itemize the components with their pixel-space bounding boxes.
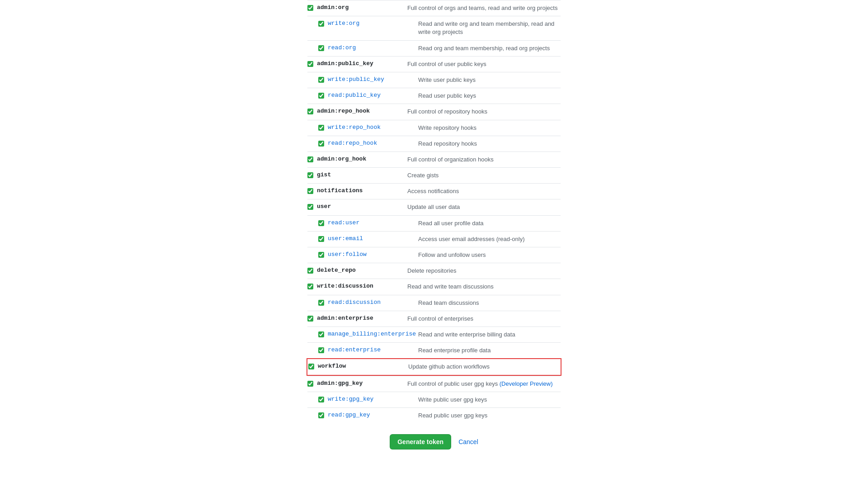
scope-name-read_enterprise: read:enterprise [328,346,418,353]
scope-row-user_email: user:emailAccess user email addresses (r… [307,231,561,247]
scope-container: admin:orgFull control of orgs and teams,… [307,0,561,423]
scope-desc-write_repo_hook: Write repository hooks [418,124,561,132]
scope-desc-write_org: Read and write org and team membership, … [418,20,561,36]
scope-desc-read_user: Read all user profile data [418,219,561,227]
scope-name-read_discussion: read:discussion [328,299,418,306]
scope-row-user_follow: user:followFollow and unfollow users [307,247,561,263]
checkbox-write_org[interactable] [318,21,324,27]
scope-name-write_org: write:org [328,20,418,27]
checkbox-admin_public_key[interactable] [307,61,313,67]
scope-row-admin_org_hook: admin:org_hookFull control of organizati… [307,151,561,167]
scope-name-admin_public_key: admin:public_key [317,60,407,67]
checkbox-user[interactable] [307,204,313,210]
scope-name-workflow: workflow [318,363,408,369]
scope-name-admin_org: admin:org [317,4,407,11]
scope-desc-admin_org_hook: Full control of organization hooks [407,156,561,164]
dev-preview-badge: (Developer Preview) [498,380,552,387]
scope-row-read_public_key: read:public_keyRead user public keys [307,88,561,104]
checkbox-read_enterprise[interactable] [318,347,324,353]
scope-row-write_discussion: write:discussionRead and write team disc… [307,279,561,294]
scope-desc-delete_repo: Delete repositories [407,267,561,275]
checkbox-write_gpg_key[interactable] [318,397,324,402]
checkbox-admin_org[interactable] [307,5,313,11]
scope-row-write_gpg_key: write:gpg_keyWrite public user gpg keys [307,392,561,407]
scope-name-delete_repo: delete_repo [317,267,407,274]
checkbox-admin_gpg_key[interactable] [307,381,313,387]
scope-desc-admin_org: Full control of orgs and teams, read and… [407,4,561,12]
scope-desc-write_discussion: Read and write team discussions [407,283,561,291]
scope-name-read_repo_hook: read:repo_hook [328,140,418,147]
scope-desc-notifications: Access notifications [407,187,561,195]
checkbox-delete_repo[interactable] [307,268,313,274]
checkbox-write_discussion[interactable] [307,284,313,289]
scope-row-admin_repo_hook: admin:repo_hookFull control of repositor… [307,104,561,119]
checkbox-workflow[interactable] [308,364,314,369]
scope-name-user_email: user:email [328,235,418,242]
scope-name-admin_org_hook: admin:org_hook [317,156,407,162]
scope-desc-read_public_key: Read user public keys [418,92,561,100]
checkbox-write_repo_hook[interactable] [318,125,324,131]
scope-desc-user_follow: Follow and unfollow users [418,251,561,259]
checkbox-read_discussion[interactable] [318,300,324,306]
actions-area: Generate token Cancel [390,434,478,450]
checkbox-read_repo_hook[interactable] [318,141,324,147]
scope-name-write_repo_hook: write:repo_hook [328,124,418,131]
scope-row-gist: gistCreate gists [307,167,561,183]
scope-row-read_enterprise: read:enterpriseRead enterprise profile d… [307,342,561,358]
scope-name-user: user [317,203,407,210]
scope-name-manage_billing_enterprise: manage_billing:enterprise [328,331,418,337]
scope-row-read_repo_hook: read:repo_hookRead repository hooks [307,136,561,151]
scope-row-manage_billing_enterprise: manage_billing:enterpriseRead and write … [307,327,561,342]
checkbox-notifications[interactable] [307,188,313,194]
checkbox-admin_org_hook[interactable] [307,156,313,162]
checkbox-read_org[interactable] [318,45,324,51]
scope-row-delete_repo: delete_repoDelete repositories [307,263,561,279]
scope-desc-user: Update all user data [407,203,561,211]
scope-name-read_user: read:user [328,219,418,226]
checkbox-write_public_key[interactable] [318,77,324,83]
scope-desc-write_gpg_key: Write public user gpg keys [418,396,561,404]
scope-name-write_discussion: write:discussion [317,283,407,289]
checkbox-admin_enterprise[interactable] [307,316,313,322]
scope-name-read_public_key: read:public_key [328,92,418,99]
checkbox-user_follow[interactable] [318,252,324,258]
scope-name-user_follow: user:follow [328,251,418,258]
checkbox-read_user[interactable] [318,220,324,226]
page-wrapper: admin:orgFull control of orgs and teams,… [0,0,868,478]
scope-desc-read_gpg_key: Read public user gpg keys [418,412,561,420]
checkbox-gist[interactable] [307,172,313,178]
scope-row-read_user: read:userRead all user profile data [307,215,561,231]
scope-row-admin_org: admin:orgFull control of orgs and teams,… [307,0,561,16]
cancel-button[interactable]: Cancel [458,438,478,445]
scope-name-read_gpg_key: read:gpg_key [328,412,418,418]
scope-name-admin_gpg_key: admin:gpg_key [317,380,407,387]
scope-row-write_org: write:orgRead and write org and team mem… [307,16,561,40]
scope-row-user: userUpdate all user data [307,199,561,215]
scope-name-admin_enterprise: admin:enterprise [317,315,407,322]
scope-desc-manage_billing_enterprise: Read and write enterprise billing data [418,331,561,339]
scope-desc-gist: Create gists [407,171,561,180]
scope-desc-write_public_key: Write user public keys [418,76,561,84]
scope-desc-read_org: Read org and team membership, read org p… [418,44,561,52]
generate-token-button[interactable]: Generate token [390,434,451,450]
scope-desc-admin_enterprise: Full control of enterprises [407,315,561,323]
scope-desc-user_email: Access user email addresses (read-only) [418,235,561,243]
checkbox-admin_repo_hook[interactable] [307,109,313,114]
scope-desc-admin_gpg_key: Full control of public user gpg keys (De… [407,380,561,388]
scope-name-gist: gist [317,171,407,178]
scope-name-write_public_key: write:public_key [328,76,418,83]
checkbox-read_public_key[interactable] [318,93,324,99]
checkbox-user_email[interactable] [318,236,324,242]
scope-row-write_public_key: write:public_keyWrite user public keys [307,72,561,88]
scope-row-notifications: notificationsAccess notifications [307,183,561,199]
scope-row-write_repo_hook: write:repo_hookWrite repository hooks [307,120,561,136]
checkbox-manage_billing_enterprise[interactable] [318,331,324,337]
checkbox-read_gpg_key[interactable] [318,412,324,418]
scope-row-admin_gpg_key: admin:gpg_keyFull control of public user… [307,376,561,392]
scope-desc-admin_repo_hook: Full control of repository hooks [407,108,561,116]
scope-row-admin_enterprise: admin:enterpriseFull control of enterpri… [307,311,561,327]
scope-row-admin_public_key: admin:public_keyFull control of user pub… [307,56,561,72]
scope-desc-read_discussion: Read team discussions [418,299,561,307]
scope-name-write_gpg_key: write:gpg_key [328,396,418,402]
scope-row-workflow: workflowUpdate github action workflows [307,358,561,375]
